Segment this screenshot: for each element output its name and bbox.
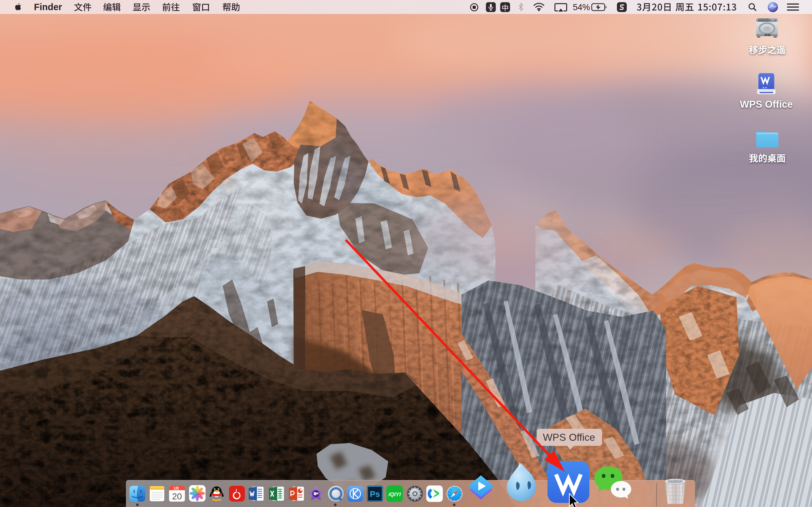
svg-text:20: 20 [172,492,182,501]
svg-text:iQIYI: iQIYI [389,492,401,498]
svg-text:Ps: Ps [370,489,380,499]
